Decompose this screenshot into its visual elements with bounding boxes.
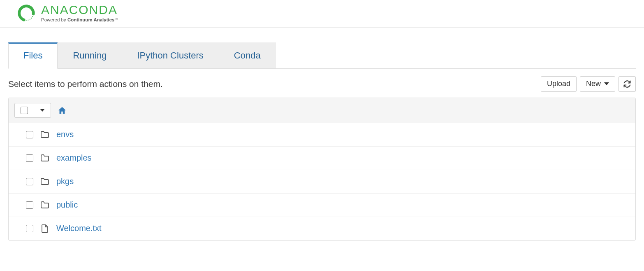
select-all-group <box>14 103 51 118</box>
toolbar-buttons: Upload New <box>541 76 636 92</box>
folder-icon <box>40 177 50 187</box>
item-name[interactable]: envs <box>56 130 74 139</box>
brand-name: ANACONDA <box>41 4 118 16</box>
item-name[interactable]: examples <box>56 153 92 163</box>
new-button[interactable]: New <box>580 76 615 92</box>
select-menu-button[interactable] <box>34 103 51 117</box>
home-icon <box>58 106 67 115</box>
tab-ipython-clusters[interactable]: IPython Clusters <box>122 42 218 68</box>
item-name[interactable]: pkgs <box>56 177 74 186</box>
row-checkbox[interactable] <box>26 154 33 162</box>
svg-point-0 <box>17 4 35 22</box>
item-name[interactable]: public <box>56 200 78 210</box>
row-checkbox[interactable] <box>26 178 33 185</box>
list-item: Welcome.txt <box>9 217 635 240</box>
item-name[interactable]: Welcome.txt <box>56 224 102 233</box>
anaconda-logo-icon <box>16 3 36 23</box>
caret-down-icon <box>604 82 609 85</box>
tab-conda[interactable]: Conda <box>219 42 276 68</box>
folder-icon <box>40 130 50 140</box>
list-item: envs <box>9 123 635 146</box>
list-item: pkgs <box>9 170 635 193</box>
page-header: ANACONDA Powered by Continuum Analytics® <box>0 0 644 28</box>
tab-files[interactable]: Files <box>8 42 58 69</box>
row-checkbox[interactable] <box>26 225 33 232</box>
select-all-checkbox[interactable] <box>21 107 28 114</box>
instructions-text: Select items to perform actions on them. <box>8 79 163 89</box>
tab-running[interactable]: Running <box>58 42 122 68</box>
caret-down-icon <box>40 109 45 112</box>
folder-icon <box>40 153 50 163</box>
row-checkbox[interactable] <box>26 201 33 209</box>
row-checkbox[interactable] <box>26 131 33 138</box>
breadcrumb-home[interactable] <box>58 106 67 115</box>
file-list: envs examples pkgs p <box>8 98 636 241</box>
tab-bar: Files Running IPython Clusters Conda <box>8 42 636 69</box>
upload-button[interactable]: Upload <box>541 76 577 92</box>
select-all-checkbox-wrap[interactable] <box>15 103 34 117</box>
refresh-button[interactable] <box>619 76 636 92</box>
brand-logo[interactable]: ANACONDA Powered by Continuum Analytics® <box>16 3 644 23</box>
list-item: examples <box>9 146 635 170</box>
file-list-body: envs examples pkgs p <box>9 123 635 240</box>
refresh-icon <box>623 80 631 88</box>
file-icon <box>40 224 50 234</box>
toolbar: Select items to perform actions on them.… <box>8 69 636 98</box>
brand-tagline: Powered by Continuum Analytics® <box>41 18 118 23</box>
file-list-header <box>9 98 635 123</box>
folder-icon <box>40 200 50 210</box>
list-item: public <box>9 193 635 217</box>
